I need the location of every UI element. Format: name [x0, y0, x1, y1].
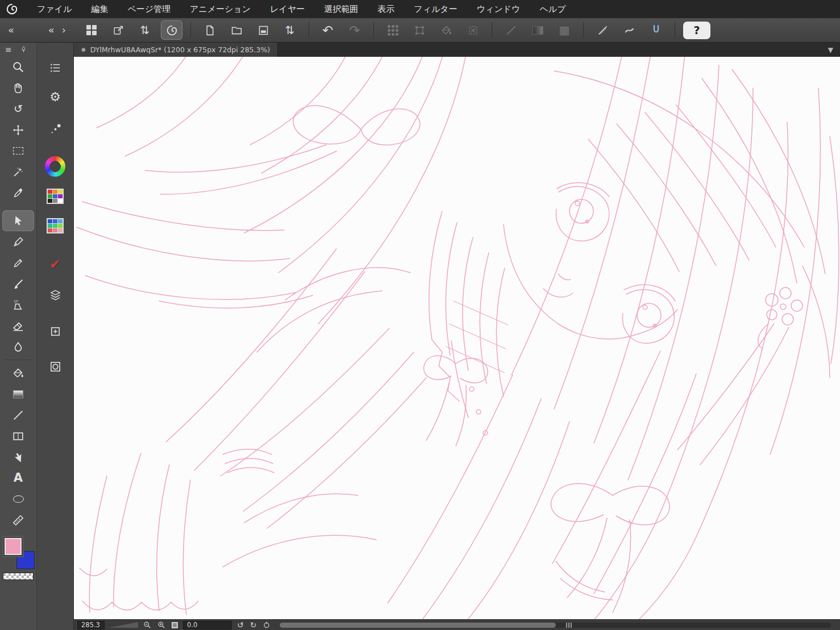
redo-button[interactable]: ↷	[344, 20, 365, 40]
color-wheel-button[interactable]	[39, 155, 71, 178]
tool-gradient[interactable]	[2, 383, 34, 404]
tool-blend[interactable]	[2, 336, 34, 357]
tab-list-dropdown-button[interactable]: ▼	[825, 45, 840, 55]
hand-icon	[12, 82, 24, 94]
new-layer-button[interactable]	[39, 320, 71, 343]
menu-item-help[interactable]: ヘルプ	[530, 0, 575, 18]
gradient-button[interactable]	[527, 20, 548, 40]
tool-frame[interactable]	[2, 425, 34, 447]
layer-panel-button[interactable]	[39, 283, 71, 306]
app-logo-icon[interactable]	[5, 2, 19, 16]
scrollbar-thumb[interactable]	[280, 623, 555, 628]
tool-palette: ≡ ↺ A	[0, 43, 37, 630]
tool-brush[interactable]	[2, 273, 34, 294]
paper-color-button[interactable]	[252, 20, 274, 40]
menu-item-animation[interactable]: アニメーション	[180, 0, 260, 18]
tool-hand[interactable]	[2, 77, 34, 98]
menu-item-file[interactable]: ファイル	[27, 0, 81, 18]
tool-eraser[interactable]	[2, 315, 34, 336]
menu-item-window[interactable]: ウィンドウ	[467, 0, 530, 18]
tool-balloon[interactable]	[2, 489, 34, 510]
magnifier-icon	[12, 61, 24, 73]
tool-figure[interactable]	[2, 404, 34, 425]
tool-property-button[interactable]: ⚙	[39, 86, 71, 109]
palette-menu-icon[interactable]: ≡	[5, 45, 12, 54]
new-canvas-button[interactable]	[199, 20, 221, 40]
reset-view-button[interactable]	[261, 621, 272, 629]
canvas-viewport[interactable]	[74, 57, 840, 619]
selection-launcher-button[interactable]	[462, 20, 484, 40]
undo-icon: ↶	[322, 24, 333, 37]
tool-pencil[interactable]	[2, 252, 34, 273]
text-icon: A	[14, 472, 23, 484]
document-tab[interactable]: ● DYlMrhwU8AAwqSr* (1200 x 675px 72dpi 2…	[74, 43, 278, 57]
snap-ruler-button[interactable]	[592, 20, 613, 40]
tool-pen[interactable]	[2, 231, 34, 252]
tool-move[interactable]	[2, 119, 34, 140]
grid-button[interactable]: ▦	[554, 20, 575, 40]
snap-grid-button[interactable]	[645, 20, 667, 40]
tool-selection[interactable]	[2, 140, 34, 161]
subtool-panel-button[interactable]	[39, 56, 71, 79]
menu-item-layer[interactable]: レイヤー	[260, 0, 314, 18]
export-button[interactable]	[107, 20, 129, 40]
horizontal-scrollbar[interactable]	[279, 623, 831, 628]
undo-button[interactable]: ↶	[317, 20, 339, 40]
rotate-cw-icon: ↻	[250, 621, 257, 629]
magnet-icon	[650, 24, 662, 36]
move-parts-button[interactable]	[382, 20, 404, 40]
rotate-ccw-button[interactable]: ↺	[236, 621, 245, 629]
menu-item-edit[interactable]: 編集	[81, 0, 118, 18]
collapse-mid-panel-button[interactable]: «	[46, 25, 57, 35]
scrollbar-grip-icon[interactable]	[566, 623, 572, 628]
tool-ruler[interactable]	[2, 510, 34, 531]
palette-updown-button[interactable]: ⇅	[134, 20, 156, 40]
cursor-arrow-icon	[12, 215, 24, 227]
snap-special-ruler-button[interactable]	[618, 20, 640, 40]
brush-size-icon	[49, 123, 62, 136]
workspace-grid-button[interactable]	[81, 20, 102, 40]
tool-airbrush[interactable]	[2, 294, 34, 315]
zoom-value-field[interactable]: 285.3	[77, 621, 105, 629]
menu-item-selection[interactable]: 選択範囲	[314, 0, 368, 18]
expand-mid-panel-button[interactable]: ›	[60, 25, 68, 35]
menu-item-filter[interactable]: フィルター	[404, 0, 467, 18]
toolbar-separator	[373, 22, 374, 38]
foreground-color-swatch[interactable]	[4, 537, 22, 556]
rotate-cw-button[interactable]: ↻	[249, 621, 258, 629]
zoom-out-button[interactable]	[142, 621, 152, 629]
tool-correct-line[interactable]	[2, 447, 34, 468]
bounding-box-icon	[467, 24, 479, 36]
open-file-button[interactable]	[226, 20, 247, 40]
collapse-left-panel-button[interactable]: «	[6, 25, 16, 35]
color-set-button[interactable]	[39, 185, 71, 207]
zoom-in-button[interactable]	[156, 621, 167, 629]
tool-text[interactable]: A	[2, 468, 34, 489]
fit-to-screen-button[interactable]	[171, 622, 179, 628]
tool-operation[interactable]	[2, 210, 34, 231]
color-mixer-icon	[47, 218, 64, 233]
transform-button[interactable]	[409, 20, 430, 40]
zoom-slider[interactable]	[109, 622, 138, 628]
confirm-check-button[interactable]: ✔	[39, 253, 71, 276]
subtool-detail-button[interactable]	[161, 20, 182, 40]
canvas-updown-button[interactable]: ⇅	[279, 20, 301, 40]
transform-handles-icon	[414, 24, 426, 36]
transparent-color-swatch[interactable]	[3, 573, 34, 580]
fill-button[interactable]	[435, 20, 457, 40]
layers-icon	[49, 289, 62, 302]
line-icon	[12, 409, 24, 422]
tool-zoom[interactable]	[2, 56, 34, 77]
tool-eyedropper[interactable]	[2, 182, 34, 203]
tool-rotate-canvas[interactable]: ↺	[2, 98, 34, 119]
layer-mask-button[interactable]	[39, 355, 71, 378]
line-correction-button[interactable]	[500, 20, 522, 40]
menu-item-page-management[interactable]: ページ管理	[118, 0, 180, 18]
menu-item-view[interactable]: 表示	[368, 0, 404, 18]
help-button[interactable]: ?	[683, 22, 710, 39]
tool-auto-select[interactable]	[2, 161, 34, 182]
tool-fill[interactable]	[2, 362, 34, 383]
color-mixer-button[interactable]	[39, 214, 71, 237]
brush-size-button[interactable]	[39, 118, 71, 140]
rotation-value-field[interactable]: 0.0	[183, 621, 232, 629]
